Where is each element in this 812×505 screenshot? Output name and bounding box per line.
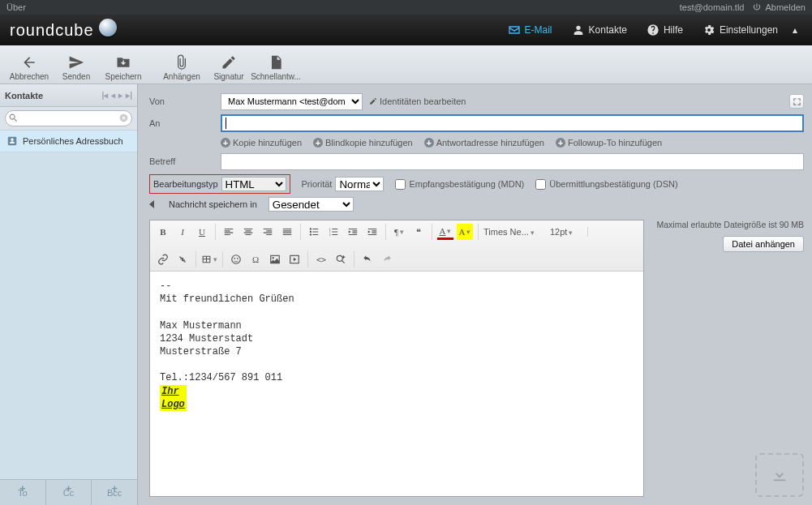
dsn-checkbox[interactable] bbox=[535, 179, 546, 190]
send-icon bbox=[67, 54, 86, 71]
current-user: test@domain.tld bbox=[680, 2, 745, 12]
underline-button[interactable]: U bbox=[194, 224, 210, 240]
svg-point-8 bbox=[232, 255, 241, 264]
subject-input[interactable] bbox=[221, 153, 804, 170]
sidebar-title: Kontakte bbox=[5, 91, 43, 101]
addressbook-personal[interactable]: Persönliches Adressbuch bbox=[0, 131, 137, 152]
font-size-select[interactable]: 12pt bbox=[550, 227, 582, 237]
app-logo: roundcube bbox=[10, 21, 117, 40]
ul-button[interactable] bbox=[306, 224, 322, 240]
bold-button[interactable]: B bbox=[155, 224, 171, 240]
subject-label: Betreff bbox=[149, 156, 221, 166]
unlink-button[interactable] bbox=[174, 251, 191, 267]
nav-help[interactable]: Hilfe bbox=[637, 15, 693, 45]
undo-button[interactable] bbox=[359, 251, 376, 267]
logo-placeholder: IhrLogo bbox=[160, 385, 187, 411]
expand-icon bbox=[793, 97, 801, 106]
find-button[interactable] bbox=[333, 251, 349, 267]
bgcolor-button[interactable]: A bbox=[457, 224, 473, 240]
svg-point-2 bbox=[310, 228, 311, 229]
power-icon bbox=[752, 2, 762, 12]
expand-headers-button[interactable] bbox=[789, 94, 804, 109]
media-button[interactable] bbox=[286, 251, 303, 267]
nav-mail[interactable]: E-Mail bbox=[498, 15, 562, 45]
signature-pen-icon bbox=[219, 54, 238, 71]
paragraph-button[interactable]: ¶ bbox=[391, 224, 407, 240]
add-followup-link[interactable]: +Followup-To hinzufügen bbox=[556, 138, 662, 148]
outdent-button[interactable] bbox=[345, 224, 361, 240]
person-icon bbox=[572, 24, 585, 36]
logout-link[interactable]: Abmelden bbox=[752, 2, 806, 12]
add-cc-link[interactable]: +Kopie hinzufügen bbox=[221, 138, 302, 148]
nav-settings[interactable]: Einstellungen bbox=[693, 15, 788, 45]
emoji-button[interactable] bbox=[228, 251, 244, 267]
attach-button[interactable]: Anhängen bbox=[159, 51, 204, 83]
responses-button[interactable]: Schnellantw... bbox=[253, 51, 299, 83]
table-button[interactable] bbox=[201, 251, 217, 267]
redo-button[interactable] bbox=[379, 251, 395, 267]
download-icon bbox=[771, 466, 788, 484]
editor-type-select[interactable]: HTML bbox=[221, 177, 286, 191]
to-input[interactable] bbox=[221, 114, 804, 132]
document-icon bbox=[266, 54, 286, 71]
contacts-search-input[interactable] bbox=[5, 110, 132, 126]
dsn-label: Übermittlungsbestätigung (DSN) bbox=[549, 179, 677, 189]
pager[interactable]: |◂ ◂ ▸ ▸| bbox=[101, 91, 132, 100]
dropzone[interactable] bbox=[755, 453, 804, 497]
font-name-select[interactable]: Times Ne... bbox=[483, 227, 540, 237]
priority-label: Priorität bbox=[302, 179, 333, 189]
save-draft-button[interactable]: Speichern bbox=[101, 51, 146, 83]
plus-icon: + bbox=[424, 138, 434, 148]
send-button[interactable]: Senden bbox=[54, 51, 99, 83]
gear-icon bbox=[702, 24, 715, 36]
svg-point-4 bbox=[310, 233, 311, 235]
mdn-checkbox[interactable] bbox=[395, 179, 406, 190]
about-link[interactable]: Über bbox=[6, 2, 26, 12]
ol-button[interactable]: 123 bbox=[325, 224, 342, 240]
italic-button[interactable]: I bbox=[174, 224, 191, 240]
insert-bcc-button[interactable]: Bcc+ bbox=[92, 480, 137, 505]
svg-point-10 bbox=[237, 258, 238, 259]
add-replyto-link[interactable]: +Antwortadresse hinzufügen bbox=[424, 138, 544, 148]
mdn-label: Empfangsbestätigung (MDN) bbox=[409, 179, 524, 189]
from-label: Von bbox=[149, 96, 221, 106]
toggle-options-icon[interactable] bbox=[149, 200, 154, 208]
specialchar-button[interactable]: Ω bbox=[247, 251, 264, 267]
pager-prev-icon[interactable]: ◂ bbox=[111, 91, 115, 100]
align-center-button[interactable] bbox=[240, 224, 256, 240]
indent-button[interactable] bbox=[364, 224, 380, 240]
message-body[interactable]: -- Mit freundlichen Grüßen Max Musterman… bbox=[150, 272, 643, 496]
svg-point-12 bbox=[273, 257, 274, 259]
plus-icon: + bbox=[556, 138, 565, 148]
align-justify-button[interactable] bbox=[279, 224, 295, 240]
cancel-button[interactable]: Abbrechen bbox=[6, 51, 52, 83]
signature-button[interactable]: Signatur bbox=[206, 51, 251, 83]
nav-more[interactable]: ▴ bbox=[788, 15, 802, 45]
link-button[interactable] bbox=[155, 251, 171, 267]
save-in-select[interactable]: Gesendet bbox=[269, 197, 354, 212]
align-right-button[interactable] bbox=[260, 224, 276, 240]
save-folder-icon bbox=[114, 54, 133, 71]
addressbook-icon bbox=[6, 135, 18, 147]
pager-first-icon[interactable]: |◂ bbox=[101, 91, 108, 100]
nav-contacts[interactable]: Kontakte bbox=[562, 15, 637, 45]
svg-point-3 bbox=[310, 231, 311, 233]
align-left-button[interactable] bbox=[221, 224, 237, 240]
insert-to-button[interactable]: To+ bbox=[0, 480, 46, 505]
svg-point-9 bbox=[234, 258, 235, 259]
blockquote-button[interactable]: ❝ bbox=[410, 224, 427, 240]
pager-next-icon[interactable]: ▸ bbox=[118, 91, 122, 100]
code-button[interactable]: <> bbox=[313, 251, 329, 267]
edit-identities-link[interactable]: Identitäten bearbeiten bbox=[369, 96, 466, 106]
priority-select[interactable]: Normal bbox=[335, 177, 384, 191]
clear-search-icon[interactable] bbox=[118, 113, 129, 125]
search-icon bbox=[8, 113, 19, 125]
textcolor-button[interactable]: A bbox=[437, 224, 453, 240]
editor-type-group: Bearbeitungstyp HTML bbox=[149, 174, 290, 194]
pager-last-icon[interactable]: ▸| bbox=[126, 91, 132, 100]
from-select[interactable]: Max Mustermann <test@domain.tld> bbox=[221, 93, 363, 110]
add-bcc-link[interactable]: +Blindkopie hinzufügen bbox=[313, 138, 413, 148]
insert-cc-button[interactable]: Cc+ bbox=[46, 480, 92, 505]
attach-file-button[interactable]: Datei anhängen bbox=[723, 236, 804, 252]
image-button[interactable] bbox=[267, 251, 283, 267]
